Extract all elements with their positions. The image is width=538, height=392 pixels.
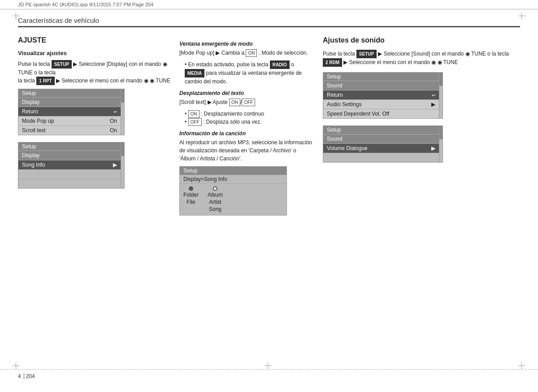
display-menu-item-scrolltext[interactable]: Scroll text On [18,125,121,135]
mid-heading3: Información de la canción [179,130,314,137]
folder-label: Folder [183,192,199,198]
songinfo-menu-item-songinfo[interactable]: Song Info ▶ [18,160,121,169]
voldialogue-arrow: ▶ [431,145,435,151]
mid-bullet1: • En estado activado, pulse la tecla RAD… [185,60,314,86]
left-subtitle: Visualizar ajustes [18,50,170,56]
file-label: File [187,199,195,205]
sound-menu2-scrollbar-thumb [439,126,443,139]
2rdm-badge: 2 RDM [323,58,342,67]
right-title: Ajustes de sonido [323,36,520,44]
col-right: Ajustes de sonido Pulse la tecla SETUP ▶… [323,36,520,215]
display-menu: Setup Display Return Mode Pop up On Scro… [18,89,170,135]
right-setup-badge: SETUP [356,50,377,58]
media-badge: MEDIA [185,69,204,78]
display-menu-item-return[interactable]: Return [18,107,121,116]
off-badge2: OFF [188,118,202,126]
songinfo-display-options: Folder File Album Artist Song [180,183,286,215]
songinfo-display-box: Setup Display>Song Info Folder File Albu… [179,166,287,215]
sound-menu2-scrollbar[interactable] [439,125,443,163]
sound-menu2-voldialogue[interactable]: Volume Dialogue ▶ [323,143,439,153]
menu1-scrollbar-thumb [121,89,124,103]
section-header: Características de vehículo [18,17,520,27]
sound-return-arrow [432,92,435,98]
page-box: 4 204 [18,373,35,379]
1rpt-badge: 1 RPT [36,77,54,85]
mid-body2: [Scroll text] ▶ Ajuste ON/OFF [179,98,314,106]
col-left: AJUSTE Visualizar ajustes Pulse la tecla… [18,36,170,215]
sound-menu1-header: Setup [323,73,439,81]
display-menu-item-modepopup[interactable]: Mode Pop up On [18,116,121,125]
songinfo-arrow: ▶ [113,162,117,168]
top-bar-text: JD PE-spanish 4C (AUDIO).qxp 9/11/2015 7… [18,2,153,7]
footer: 4 204 [0,369,538,383]
song-label: Song [209,206,221,212]
left-title: AJUSTE [18,36,170,44]
audio-settings-arrow: ▶ [431,101,435,108]
sound-menu1-return[interactable]: Return [323,90,439,99]
mid-heading1: Ventana emergente de modo [179,41,314,47]
songinfo-empty1 [18,169,121,179]
return-arrow [113,108,117,115]
sound-menu2-empty1 [323,153,439,162]
songinfo-display-path: Display>Song Info [180,175,286,183]
sound-menu1-speeddep[interactable]: Speed Dependent Vol. Off [323,109,439,118]
songinfo-menu-item-display[interactable]: Display [18,151,121,160]
sound-menu1-scrollbar-thumb [439,73,443,86]
left-body: Pulse la tecla SETUP ▶ Seleccione [Displ… [18,60,170,85]
crosshair-br [518,362,525,370]
menu1-scrollbar[interactable] [121,89,125,135]
display-menu-box: Setup Display Return Mode Pop up On Scro… [18,89,121,135]
top-bar: JD PE-spanish 4C (AUDIO).qxp 9/11/2015 7… [0,0,538,9]
songinfo-menu-header: Setup [18,142,121,151]
mid-bullet2: • ON : Desplazamiento continuo [185,110,314,118]
mid-body1: [Mode Pop up] ▶ Cambia a ON . Modo de se… [179,49,314,57]
page-number: 204 [26,373,35,379]
sound-menu2-sound[interactable]: Sound [323,134,439,143]
crosshair-bl [13,362,20,370]
on-badge3: ON [188,110,200,118]
songinfo-menu-box: Setup Display Song Info ▶ [18,142,121,189]
display-menu-item-display[interactable]: Display [18,97,121,107]
display-menu-header: Setup [18,89,121,97]
sound-menu1-box: Setup Sound Return Audio Settings ▶ Spee… [323,72,439,119]
songinfo-display-header: Setup [180,167,286,175]
songinfo-menu: Setup Display Song Info ▶ [18,142,170,189]
songinfo-empty2 [18,179,121,188]
mid-body3: Al reproducir un archivo MP3, seleccione… [179,138,314,163]
mid-heading2: Desplazamiento del texto [179,90,314,96]
folder-file-option[interactable]: Folder File [183,186,199,212]
sound-menu1: Setup Sound Return Audio Settings ▶ Spee… [323,72,520,119]
album-radio [213,186,217,191]
page-section: 4 [18,373,24,379]
sound-menu2: Setup Sound Volume Dialogue ▶ [323,125,520,163]
on-badge2: ON [229,99,240,106]
col-mid: Ventana emergente de modo [Mode Pop up] … [179,36,314,215]
crosshair-bc [265,362,272,370]
sound-menu1-scrollbar[interactable] [439,72,443,119]
menu2-scrollbar-thumb [121,142,124,156]
on-badge1: ON [246,49,257,57]
folder-radio [189,186,193,191]
artist-label: Artist [209,199,221,205]
album-label: Album [208,192,223,198]
sound-menu2-box: Setup Sound Volume Dialogue ▶ [323,125,439,163]
main-content: AJUSTE Visualizar ajustes Pulse la tecla… [0,27,538,224]
right-body: Pulse la tecla SETUP ▶ Seleccione [Sound… [323,50,520,67]
sound-menu1-audiosettings[interactable]: Audio Settings ▶ [323,99,439,109]
album-option[interactable]: Album Artist Song [208,186,223,212]
sound-menu2-header: Setup [323,126,439,134]
off-badge1: OFF [242,99,255,106]
mid-bullet3: • OFF : Desplaza sólo una vez. [185,118,314,126]
setup-badge: SETUP [52,60,72,69]
menu2-scrollbar[interactable] [121,142,125,189]
radio-badge: RADIO [270,60,290,69]
sound-menu1-sound[interactable]: Sound [323,81,439,90]
